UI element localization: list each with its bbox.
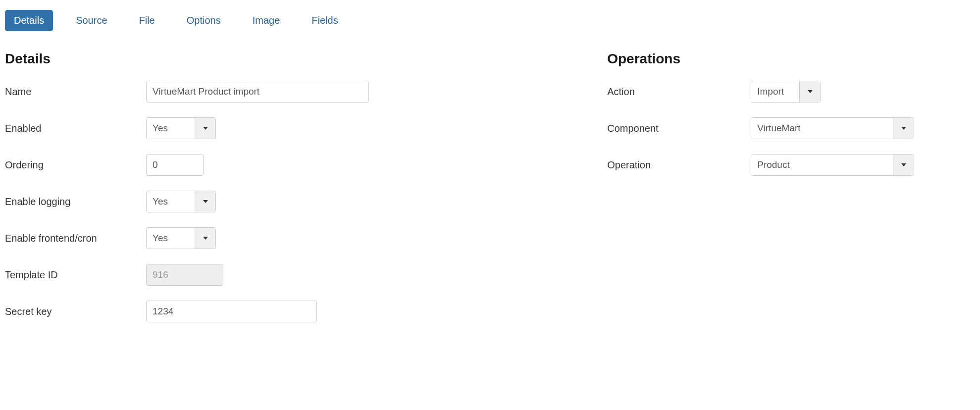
enable-logging-label: Enable logging — [5, 196, 146, 207]
chevron-down-icon — [203, 200, 208, 203]
ordering-input[interactable] — [146, 154, 204, 176]
chevron-down-icon — [203, 237, 208, 240]
operations-heading: Operations — [607, 51, 975, 67]
action-dropdown-button[interactable] — [799, 81, 820, 102]
operation-value: Product — [751, 154, 893, 175]
action-select[interactable]: Import — [751, 81, 821, 102]
secret-key-input[interactable] — [146, 301, 317, 322]
enabled-dropdown-button[interactable] — [195, 118, 215, 139]
enabled-select[interactable]: Yes — [146, 117, 216, 139]
name-input[interactable] — [146, 81, 369, 102]
enable-logging-select[interactable]: Yes — [146, 191, 216, 212]
tab-file[interactable]: File — [130, 10, 164, 31]
component-dropdown-button[interactable] — [893, 118, 914, 139]
name-label: Name — [5, 86, 146, 98]
action-label: Action — [607, 86, 751, 98]
enable-frontend-label: Enable frontend/cron — [5, 233, 146, 244]
chevron-down-icon — [203, 127, 208, 130]
tab-image[interactable]: Image — [244, 10, 289, 31]
enabled-label: Enabled — [5, 123, 146, 134]
enable-logging-value: Yes — [147, 191, 195, 212]
tab-source[interactable]: Source — [67, 10, 116, 31]
template-id-input — [146, 264, 223, 286]
operation-label: Operation — [607, 159, 751, 171]
chevron-down-icon — [901, 127, 906, 130]
enable-logging-dropdown-button[interactable] — [195, 191, 215, 212]
enable-frontend-value: Yes — [147, 228, 195, 249]
operations-panel: Operations Action Import Component Virtu… — [607, 51, 975, 337]
template-id-label: Template ID — [5, 269, 146, 281]
chevron-down-icon — [901, 163, 906, 166]
action-value: Import — [751, 81, 799, 102]
tab-details[interactable]: Details — [5, 10, 53, 31]
chevron-down-icon — [808, 90, 813, 93]
tab-fields[interactable]: Fields — [303, 10, 347, 31]
component-select[interactable]: VirtueMart — [751, 117, 914, 139]
details-panel: Details Name Enabled Yes Ordering Enable… — [5, 51, 567, 337]
secret-key-label: Secret key — [5, 306, 146, 317]
enable-frontend-dropdown-button[interactable] — [195, 228, 215, 249]
tabs-nav: Details Source File Options Image Fields — [5, 10, 975, 31]
details-heading: Details — [5, 51, 567, 67]
enabled-value: Yes — [147, 118, 195, 139]
tab-options[interactable]: Options — [178, 10, 230, 31]
operation-dropdown-button[interactable] — [893, 154, 914, 175]
component-label: Component — [607, 123, 751, 134]
ordering-label: Ordering — [5, 159, 146, 171]
enable-frontend-select[interactable]: Yes — [146, 227, 216, 249]
operation-select[interactable]: Product — [751, 154, 914, 176]
component-value: VirtueMart — [751, 118, 893, 139]
